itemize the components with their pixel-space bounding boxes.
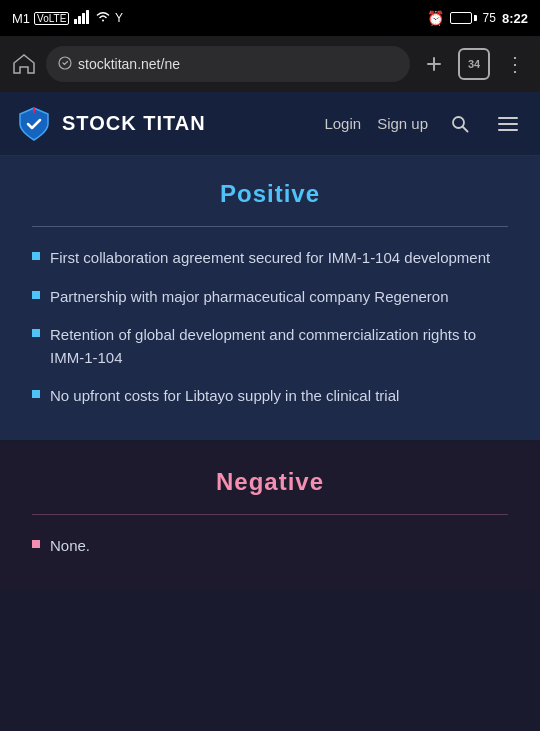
carrier-label: M1 bbox=[12, 11, 30, 26]
logo-text: STOCK TITAN bbox=[62, 112, 206, 135]
list-item: None. bbox=[32, 535, 508, 558]
browser-menu-button[interactable]: ⋮ bbox=[498, 48, 530, 80]
positive-item-3: Retention of global development and comm… bbox=[50, 324, 508, 369]
list-item: Retention of global development and comm… bbox=[32, 324, 508, 369]
bullet-square-icon bbox=[32, 291, 40, 299]
tabs-button[interactable]: 34 bbox=[458, 48, 490, 80]
svg-rect-2 bbox=[82, 13, 85, 24]
status-right: ⏰ 75 8:22 bbox=[427, 10, 528, 26]
bullet-square-icon bbox=[32, 390, 40, 398]
negative-divider bbox=[32, 514, 508, 515]
positive-item-2: Partnership with major pharmaceutical co… bbox=[50, 286, 449, 309]
svg-rect-3 bbox=[86, 10, 89, 24]
url-text: stocktitan.net/ne bbox=[78, 56, 398, 72]
signal-icon bbox=[73, 10, 91, 27]
positive-item-1: First collaboration agreement secured fo… bbox=[50, 247, 490, 270]
add-tab-button[interactable] bbox=[418, 48, 450, 80]
bullet-square-icon bbox=[32, 540, 40, 548]
positive-section: Positive First collaboration agreement s… bbox=[0, 156, 540, 444]
nav-links: Login Sign up bbox=[324, 108, 524, 140]
positive-divider bbox=[32, 226, 508, 227]
search-button[interactable] bbox=[444, 108, 476, 140]
extra-icon: Y bbox=[115, 10, 131, 27]
clock-time: 8:22 bbox=[502, 11, 528, 26]
positive-title: Positive bbox=[32, 180, 508, 208]
url-bar[interactable]: stocktitan.net/ne bbox=[46, 46, 410, 82]
positive-item-4: No upfront costs for Libtayo supply in t… bbox=[50, 385, 399, 408]
bullet-square-icon bbox=[32, 252, 40, 260]
main-content: Positive First collaboration agreement s… bbox=[0, 156, 540, 589]
browser-chrome: stocktitan.net/ne 34 ⋮ bbox=[0, 36, 540, 92]
list-item: Partnership with major pharmaceutical co… bbox=[32, 286, 508, 309]
negative-bullet-list: None. bbox=[32, 535, 508, 558]
volte-label: VoLTE bbox=[34, 12, 69, 25]
negative-item-1: None. bbox=[50, 535, 90, 558]
svg-rect-0 bbox=[74, 19, 77, 24]
bullet-square-icon bbox=[32, 329, 40, 337]
battery-percent: 75 bbox=[483, 11, 496, 25]
svg-point-6 bbox=[453, 117, 464, 128]
logo-shield-icon bbox=[16, 106, 52, 142]
site-header: STOCK TITAN Login Sign up bbox=[0, 92, 540, 156]
svg-rect-1 bbox=[78, 16, 81, 24]
signup-link[interactable]: Sign up bbox=[377, 115, 428, 132]
login-link[interactable]: Login bbox=[324, 115, 361, 132]
battery-icon bbox=[450, 12, 477, 24]
home-button[interactable] bbox=[10, 50, 38, 78]
url-security-icon bbox=[58, 56, 72, 73]
list-item: No upfront costs for Libtayo supply in t… bbox=[32, 385, 508, 408]
wifi-icon bbox=[95, 11, 111, 26]
status-left: M1 VoLTE Y bbox=[12, 10, 131, 27]
negative-title: Negative bbox=[32, 468, 508, 496]
menu-button[interactable] bbox=[492, 108, 524, 140]
negative-section: Negative None. bbox=[0, 444, 540, 590]
logo-area: STOCK TITAN bbox=[16, 106, 324, 142]
svg-point-5 bbox=[59, 57, 71, 69]
list-item: First collaboration agreement secured fo… bbox=[32, 247, 508, 270]
positive-bullet-list: First collaboration agreement secured fo… bbox=[32, 247, 508, 408]
alarm-icon: ⏰ bbox=[427, 10, 444, 26]
status-bar: M1 VoLTE Y ⏰ bbox=[0, 0, 540, 36]
svg-text:Y: Y bbox=[115, 11, 123, 24]
